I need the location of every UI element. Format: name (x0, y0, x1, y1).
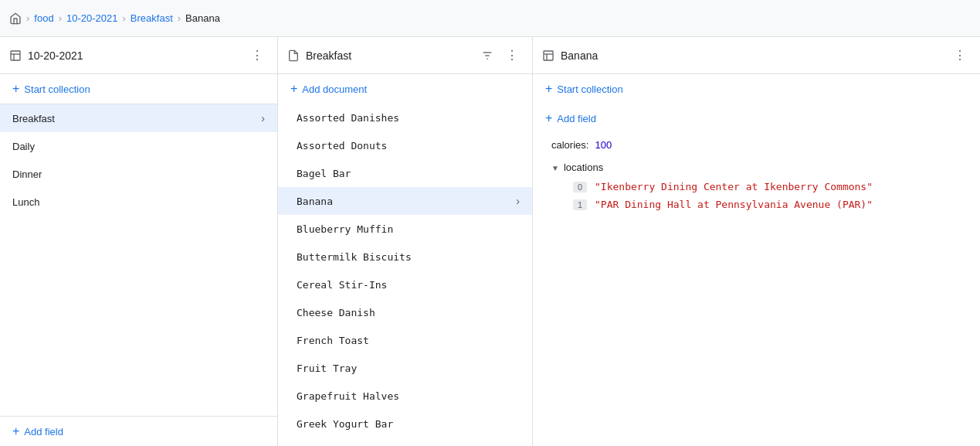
array-value-1: "PAR Dining Hall at Pennsylvania Avenue … (595, 199, 873, 210)
calories-field-row: calories: 100 (533, 133, 980, 157)
doc-item-assorted-danishes[interactable]: Assorted Danishes (278, 104, 532, 131)
middle-plus-icon: + (290, 82, 297, 96)
svg-rect-6 (544, 51, 553, 60)
doc-item-buttermilk-biscuits[interactable]: Buttermilk Biscuits (278, 243, 532, 271)
start-collection-label: Start collection (24, 83, 90, 95)
right-panel-header: Banana ⋮ (533, 37, 980, 74)
left-add-field-label: Add field (24, 426, 63, 437)
breadcrumb-banana: Banana (185, 12, 220, 24)
array-index-0: 0 (573, 182, 587, 192)
right-start-collection-btn[interactable]: + Start collection (533, 74, 980, 104)
list-item-breakfast-text: Breakfast (12, 113, 261, 124)
doc-item-bagel-bar[interactable]: Bagel Bar (278, 159, 532, 187)
array-item-0: 0 "Ikenberry Dining Center at Ikenberry … (533, 178, 980, 196)
doc-item-greek-yogurt-bar-text: Greek Yogurt Bar (297, 418, 520, 430)
breadcrumb-date[interactable]: 10-20-2021 (66, 12, 118, 24)
doc-item-cheese-danish-text: Cheese Danish (297, 307, 520, 318)
left-panel-actions: ⋮ (246, 45, 268, 66)
middle-panel-title: Breakfast (306, 49, 476, 62)
doc-item-grapefruit-halves-text: Grapefruit Halves (297, 390, 520, 402)
chevron-right-icon-banana: › (516, 195, 520, 207)
doc-item-banana[interactable]: Banana › (278, 187, 532, 215)
breadcrumb-sep-3: › (178, 12, 181, 24)
breadcrumb-sep-0: › (26, 12, 29, 24)
start-collection-btn[interactable]: + Start collection (0, 74, 277, 104)
right-start-collection-label: Start collection (557, 83, 622, 95)
list-item-lunch-text: Lunch (12, 196, 265, 208)
doc-item-banana-text: Banana (297, 196, 516, 207)
doc-item-assorted-donuts[interactable]: Assorted Donuts (278, 131, 532, 159)
locations-label: locations (564, 162, 603, 173)
right-panel: Banana ⋮ + Start collection + Add field … (533, 37, 980, 446)
array-value-0: "Ikenberry Dining Center at Ikenberry Co… (595, 181, 873, 192)
add-document-label: Add document (302, 83, 367, 95)
plus-icon: + (12, 82, 19, 96)
doc-item-assorted-danishes-text: Assorted Danishes (297, 112, 520, 124)
calories-value: 100 (595, 139, 612, 151)
breadcrumb: › food › 10-20-2021 › Breakfast › Banana (0, 0, 980, 37)
doc-item-grapefruit-halves[interactable]: Grapefruit Halves (278, 382, 532, 410)
middle-panel-actions: ⋮ (476, 45, 523, 66)
calories-key: calories: (551, 139, 588, 151)
svg-rect-0 (11, 51, 20, 60)
doc-item-fruit-tray[interactable]: Fruit Tray (278, 354, 532, 382)
right-add-field-label: Add field (557, 113, 596, 124)
array-index-1: 1 (573, 199, 587, 210)
breadcrumb-sep-1: › (59, 12, 62, 24)
left-panel-doc-icon (9, 49, 22, 62)
doc-item-french-toast-text: French Toast (297, 335, 520, 346)
doc-item-fruit-tray-text: Fruit Tray (297, 363, 520, 374)
right-panel-actions: ⋮ (949, 45, 971, 66)
right-add-field-btn[interactable]: + Add field (533, 104, 980, 133)
middle-panel-content: + Add document Assorted Danishes Assorte… (278, 74, 532, 446)
doc-item-buttermilk-biscuits-text: Buttermilk Biscuits (297, 251, 520, 263)
right-panel-more-btn[interactable]: ⋮ (949, 45, 971, 66)
doc-item-french-toast[interactable]: French Toast (278, 326, 532, 354)
right-panel-title: Banana (561, 49, 949, 62)
list-item-daily[interactable]: Daily (0, 132, 277, 160)
right-panel-doc-icon (542, 49, 554, 62)
left-add-field-btn[interactable]: + Add field (0, 417, 277, 446)
right-panel-content: + Start collection + Add field calories:… (533, 74, 980, 446)
left-panel-title: 10-20-2021 (28, 49, 246, 62)
middle-panel-doc-icon (287, 49, 300, 62)
array-item-1: 1 "PAR Dining Hall at Pennsylvania Avenu… (533, 196, 980, 213)
list-item-dinner-text: Dinner (12, 169, 265, 180)
list-item-lunch[interactable]: Lunch (0, 188, 277, 216)
doc-item-cereal-stir-ins-text: Cereal Stir-Ins (297, 279, 520, 291)
doc-item-assorted-donuts-text: Assorted Donuts (297, 140, 520, 152)
middle-panel-header: Breakfast ⋮ (278, 37, 532, 74)
filter-btn[interactable] (476, 45, 498, 66)
left-panel-more-btn[interactable]: ⋮ (246, 45, 268, 66)
list-item-dinner[interactable]: Dinner (0, 160, 277, 188)
doc-item-cereal-stir-ins[interactable]: Cereal Stir-Ins (278, 271, 532, 298)
triangle-down-icon[interactable]: ▼ (551, 164, 559, 172)
doc-item-hard-cooked-eggs[interactable]: Hard Cooked Eggs (278, 437, 532, 446)
main-layout: 10-20-2021 ⋮ + Start collection Breakfas… (0, 37, 980, 446)
doc-item-bagel-bar-text: Bagel Bar (297, 168, 520, 179)
middle-panel: Breakfast ⋮ + Add document Assorted Dani… (278, 37, 533, 446)
doc-item-cheese-danish[interactable]: Cheese Danish (278, 298, 532, 326)
middle-panel-more-btn[interactable]: ⋮ (501, 45, 523, 66)
add-document-btn[interactable]: + Add document (278, 74, 532, 104)
doc-item-greek-yogurt-bar[interactable]: Greek Yogurt Bar (278, 410, 532, 437)
left-panel-header: 10-20-2021 ⋮ (0, 37, 277, 74)
doc-item-blueberry-muffin[interactable]: Blueberry Muffin (278, 215, 532, 243)
breadcrumb-breakfast[interactable]: Breakfast (131, 12, 173, 24)
left-panel-content: + Start collection Breakfast › Daily Din… (0, 74, 277, 416)
chevron-right-icon-breakfast: › (261, 112, 265, 124)
left-plus-icon: + (12, 424, 19, 438)
list-item-daily-text: Daily (12, 141, 265, 152)
home-icon[interactable] (9, 12, 22, 25)
right-plus-icon-field: + (545, 111, 552, 125)
breadcrumb-food[interactable]: food (34, 12, 53, 24)
doc-item-blueberry-muffin-text: Blueberry Muffin (297, 223, 520, 235)
breadcrumb-sep-2: › (123, 12, 126, 24)
left-panel: 10-20-2021 ⋮ + Start collection Breakfas… (0, 37, 278, 446)
locations-row: ▼ locations (533, 157, 980, 178)
right-plus-icon-collection: + (545, 82, 552, 96)
list-item-breakfast[interactable]: Breakfast › (0, 104, 277, 132)
